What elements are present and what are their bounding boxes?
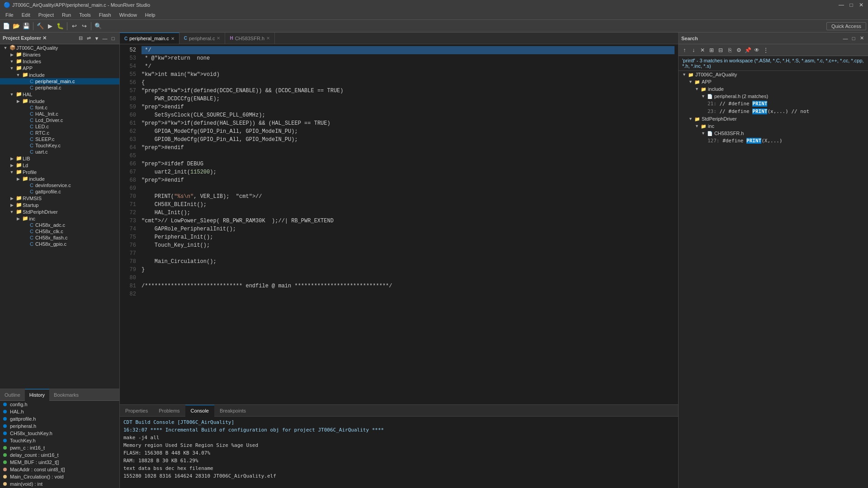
search-collapse-button[interactable]: ⊟ (717, 46, 725, 54)
outline-tab-bookmarks[interactable]: Bookmarks (49, 389, 83, 401)
bottom-tab-console[interactable]: Console (185, 405, 214, 417)
search-item[interactable]: ▼📁StdPeriphDriver (679, 115, 868, 122)
bottom-tab-problems[interactable]: Problems (153, 405, 185, 417)
tree-item-LIB[interactable]: ▶📁LIB (0, 155, 119, 162)
tree-item-RTC-c[interactable]: CRTC.c (0, 130, 119, 136)
close-button[interactable]: ✕ (858, 2, 864, 8)
tree-item-CH58x-gpio-c[interactable]: CCH58x_gpio.c (0, 241, 119, 247)
search-item[interactable]: ▼📄peripheral.h (2 matches) (679, 93, 868, 100)
search-cancel-button[interactable]: ✕ (698, 46, 707, 54)
run-button[interactable]: ▶ (46, 22, 55, 31)
tree-item-devinfoservice-c[interactable]: Cdevinfoservice.c (0, 182, 119, 188)
outline-item[interactable]: config.h (0, 401, 119, 408)
search-options-button[interactable]: ⋮ (762, 46, 770, 54)
tree-item-peripheral-c[interactable]: Cperipheral.c (0, 84, 119, 91)
panel-menu-button[interactable]: ▼ (93, 35, 100, 42)
bottom-tab-breakpoints[interactable]: Breakpoints (214, 405, 251, 417)
tree-item-SLEEP-c[interactable]: CSLEEP.c (0, 136, 119, 142)
tree-item-JT006C-AirQuality[interactable]: ▼📦JT006C_AirQuality (0, 44, 119, 51)
tree-item-include[interactable]: ▶📁include (0, 98, 119, 104)
tree-item-Startup[interactable]: ▶📁Startup (0, 202, 119, 208)
tree-item-StdPeriphDriver[interactable]: ▼📁StdPeriphDriver (0, 208, 119, 215)
collapse-all-button[interactable]: ⊟ (77, 35, 84, 42)
search-next-button[interactable]: ↓ (689, 46, 698, 54)
outline-item[interactable]: peripheral.h (0, 422, 119, 430)
tree-item-Binaries[interactable]: ▶📁Binaries (0, 51, 119, 58)
redo-button[interactable]: ↪ (80, 22, 89, 31)
tree-item-HAL-Init-c[interactable]: CHAL_Init.c (0, 111, 119, 117)
tree-item-peripheral-main-c[interactable]: Cperipheral_main.c (0, 78, 119, 84)
build-button[interactable]: 🔨 (36, 22, 45, 31)
search-match[interactable]: 127: #define PRINT(X,...) (679, 137, 868, 145)
open-button[interactable]: 📂 (12, 22, 21, 31)
new-file-button[interactable]: 📄 (2, 22, 11, 31)
tree-item-include[interactable]: ▼📁include (0, 71, 119, 78)
search-match[interactable]: 23: // #define PRINT(x,...) // not (679, 108, 868, 115)
search-prev-button[interactable]: ↑ (680, 46, 689, 54)
tree-item-Lcd-Driver-c[interactable]: CLcd_Driver.c (0, 117, 119, 123)
outline-item[interactable]: MacAddr : const uint8_t[] (0, 466, 119, 473)
tree-item-Includes[interactable]: ▼📁Includes (0, 58, 119, 65)
menu-item-tools[interactable]: Tools (75, 11, 94, 19)
editor-tab-peripheral-main-c[interactable]: Cperipheral_main.c✕ (120, 33, 179, 44)
tree-item-HAL[interactable]: ▼📁HAL (0, 91, 119, 98)
tree-item-CH58x-clk-c[interactable]: CCH58x_clk.c (0, 228, 119, 235)
tree-item-gattprofile-c[interactable]: Cgattprofile.c (0, 188, 119, 195)
tree-item-font-c[interactable]: Cfont.c (0, 104, 119, 111)
tree-item-APP[interactable]: ▼📁APP (0, 65, 119, 71)
tree-item-LED-c[interactable]: CLED.c (0, 123, 119, 130)
outline-item[interactable]: TouchKey.h (0, 437, 119, 444)
panel-maximize-button[interactable]: □ (109, 35, 117, 42)
search-panel-maximize[interactable]: □ (850, 35, 857, 42)
tree-item-RVMSIS[interactable]: ▶📁RVMSIS (0, 195, 119, 202)
outline-item[interactable]: delay_count : uint16_t (0, 451, 119, 459)
bottom-tab-properties[interactable]: Properties (120, 405, 153, 417)
editor-tab-CH583SFR-h[interactable]: HCH583SFR.h✕ (225, 33, 275, 44)
search-view-button[interactable]: 👁 (753, 46, 761, 54)
search-pin-button[interactable]: 📌 (744, 46, 752, 54)
panel-minimize-button[interactable]: — (101, 35, 108, 42)
menu-item-window[interactable]: Window (116, 11, 141, 19)
save-button[interactable]: 💾 (22, 22, 31, 31)
search-item[interactable]: ▼📁JT006C_AirQuality (679, 71, 868, 78)
outline-item[interactable]: CH58x_touchKey.h (0, 430, 119, 437)
menu-item-edit[interactable]: Edit (18, 11, 34, 19)
search-copy-button[interactable]: ⎘ (726, 46, 734, 54)
outline-tab-outline[interactable]: Outline (0, 389, 25, 401)
search-toolbar-button[interactable]: 🔍 (94, 22, 103, 31)
code-editor[interactable]: 5253545556575859606162636465666768697071… (120, 44, 678, 404)
tree-item-uart-c[interactable]: Cuart.c (0, 149, 119, 155)
quick-access-button[interactable]: Quick Access (826, 22, 866, 30)
outline-item[interactable]: Main_Circulation() : void (0, 473, 119, 480)
link-editor-button[interactable]: ⇌ (85, 35, 92, 42)
tree-item-inc[interactable]: ▶📁inc (0, 215, 119, 222)
outline-item[interactable]: main(void) : int (0, 480, 119, 488)
outline-item[interactable]: pwm_c : int16_t (0, 444, 119, 451)
tree-item-Profile[interactable]: ▼📁Profile (0, 169, 119, 175)
debug-button[interactable]: 🐛 (56, 22, 65, 31)
outline-item[interactable]: gattprofile.h (0, 415, 119, 422)
search-filter-button[interactable]: ⚙ (735, 46, 743, 54)
maximize-button[interactable]: □ (848, 2, 854, 8)
tree-item-CH58x-adc-c[interactable]: CCH58x_adc.c (0, 222, 119, 228)
search-item[interactable]: ▼📁APP (679, 78, 868, 85)
search-panel-close[interactable]: ✕ (858, 35, 865, 42)
search-item[interactable]: ▼📁include (679, 85, 868, 93)
search-panel-minimize[interactable]: — (842, 35, 849, 42)
menu-item-flash[interactable]: Flash (95, 11, 115, 19)
search-expand-button[interactable]: ⊞ (708, 46, 716, 54)
tree-item-include[interactable]: ▶📁include (0, 175, 119, 182)
menu-item-run[interactable]: Run (58, 11, 75, 19)
search-item[interactable]: ▼📁inc (679, 122, 868, 130)
menu-item-file[interactable]: File (2, 11, 17, 19)
tree-item-CH58x-flash-c[interactable]: CCH58x_flash.c (0, 235, 119, 241)
undo-button[interactable]: ↩ (70, 22, 79, 31)
outline-tab-history[interactable]: History (25, 389, 49, 401)
editor-tab-peripheral-c[interactable]: Cperipheral.c✕ (179, 33, 226, 44)
tree-item-Ld[interactable]: ▶📁Ld (0, 162, 119, 169)
menu-item-project[interactable]: Project (35, 11, 57, 19)
search-match[interactable]: 21: // #define PRINT (679, 100, 868, 108)
menu-item-help[interactable]: Help (142, 11, 159, 19)
tree-item-TouchKey-c[interactable]: CTouchKey.c (0, 142, 119, 149)
minimize-button[interactable]: — (838, 2, 844, 8)
